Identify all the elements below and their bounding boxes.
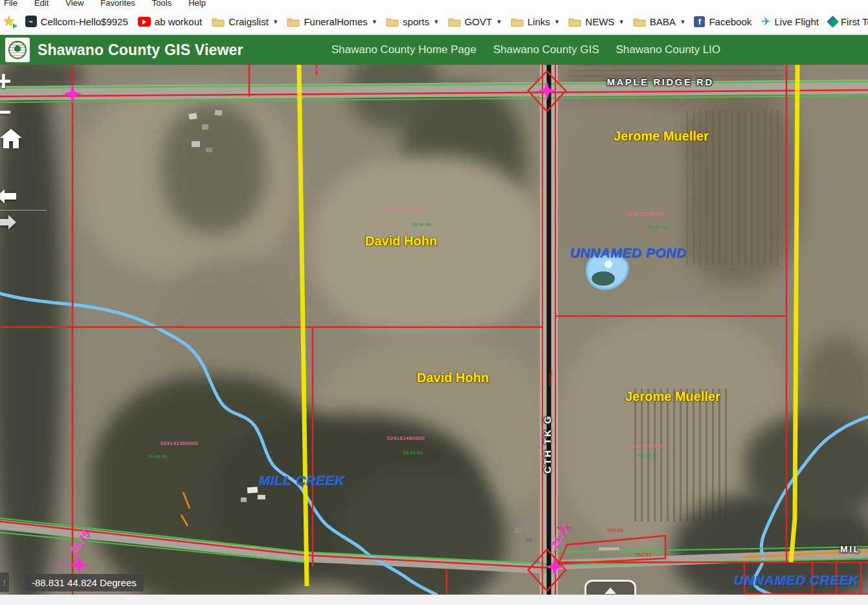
terrain-patch [311,155,544,337]
app-header: Shawano County GIS Viewer Shawano County… [0,35,868,65]
chevron-down-icon: ▾ [681,17,685,26]
browser-menubar: File Edit View Favorites Tools Help [0,0,868,8]
terrain-patch [744,415,868,518]
folder-icon [212,17,225,27]
airplane-icon: ✈ [761,15,770,29]
building [247,486,258,493]
menu-help[interactable]: Help [188,0,206,8]
back-button[interactable] [0,189,16,205]
crop-rows [570,65,783,92]
terrain-patch [162,104,265,233]
favorite-label: First Tech [841,16,868,27]
crop-rows [634,389,731,521]
youtube-icon [138,17,151,27]
favorite-label: FuneralHomes [304,16,367,27]
browser-window: File Edit View Favorites Tools Help ★ ⌁ … [0,0,868,605]
favorites-star-icon[interactable]: ★ [3,13,16,30]
favorite-sports[interactable]: sports ▾ [386,16,438,27]
toolbar-divider [0,210,47,211]
chevron-down-icon: ▾ [274,17,278,26]
terrain-patch [557,104,686,285]
building [258,495,265,499]
favorite-first-tech[interactable]: First Tech [829,16,868,27]
building [189,113,197,119]
favorite-live-flight[interactable]: ✈ Live Flight [761,15,819,29]
county-seal-icon [8,41,27,59]
survey-label-2l75: 2L75 [68,528,93,556]
terrain-patch [0,65,84,95]
building [215,110,223,116]
favorite-govt[interactable]: GOVT ▾ [448,16,501,27]
favorite-label: Cellcom-Hello$9925 [41,16,128,27]
building [202,124,208,130]
link-county-home-page[interactable]: Shawano County Home Page [331,43,476,56]
dimension-label: 502.71 [557,525,572,531]
zoom-in-button[interactable]: + [0,67,12,95]
menu-file[interactable]: File [4,0,17,8]
favorite-label: Craigslist [228,16,269,27]
chevron-down-icon: ▾ [434,17,438,26]
favorite-funeralhomes[interactable]: FuneralHomes ▾ [287,16,376,27]
folder-icon [287,17,300,27]
favorite-baba[interactable]: BABA ▾ [633,16,685,27]
overview-panel-toggle[interactable] [584,580,636,595]
folder-icon [386,17,399,27]
facebook-icon: f [694,16,705,27]
link-county-lio[interactable]: Shawano County LIO [616,43,720,56]
folder-icon [448,17,461,27]
map-viewport[interactable]: MAPLE RIDGE RD Jerome Mueller David Hohn… [0,65,868,595]
menu-view[interactable]: View [65,0,83,8]
chevron-down-icon: ▾ [619,17,623,26]
zoom-out-button[interactable]: − [0,98,12,126]
dimension-label: 752.69 [548,371,553,386]
folder-icon [511,17,524,27]
menu-edit[interactable]: Edit [34,0,49,8]
chevron-down-icon: ▾ [497,17,501,26]
favorite-craigslist[interactable]: Craigslist ▾ [212,16,277,27]
page-title: Shawano County GIS Viewer [38,41,243,59]
coordinates-readout: -88.831 44.824 Degrees [25,574,144,591]
favorite-label: GOVT [465,16,493,27]
favorites-bar: ★ ⌁ Cellcom-Hello$9925 ab workout Craigs… [0,8,868,35]
green-arrow-icon [13,23,17,29]
menu-tools[interactable]: Tools [152,0,172,8]
diamond-icon [827,16,838,27]
favorite-label: Live Flight [775,16,819,27]
terrain-patch [337,466,505,595]
favorite-cellcom[interactable]: ⌁ Cellcom-Hello$9925 [25,16,128,27]
building [599,547,619,551]
chevron-down-icon: ▾ [373,17,377,26]
folder-icon [568,17,581,27]
home-button[interactable] [0,128,22,151]
favorite-ab-workout[interactable]: ab workout [138,16,202,27]
survey-label-2l77: 2L77 [548,523,573,551]
favorite-label: NEWS [585,16,614,27]
header-nav: Shawano County Home Page Shawano County … [331,35,720,65]
forward-arrow-icon [0,215,16,229]
home-icon [0,128,22,149]
menu-favorites[interactable]: Favorites [100,0,135,8]
favorite-label: sports [403,16,429,27]
favorite-links[interactable]: Links ▾ [511,16,559,27]
link-county-gis[interactable]: Shawano County GIS [493,43,599,56]
favorite-label: Facebook [709,16,751,27]
cellcom-icon: ⌁ [25,16,37,27]
favorite-label: BABA [650,16,676,27]
county-logo [5,38,30,62]
building [526,538,532,542]
building [192,141,200,147]
crop-rows [686,110,783,266]
building [515,528,522,533]
favorite-label: Links [528,16,550,27]
favorite-news[interactable]: NEWS ▾ [568,16,623,27]
favorite-label: ab workout [155,16,202,27]
back-arrow-icon [0,189,16,203]
chevron-down-icon: ▾ [555,17,559,26]
forward-button[interactable] [0,215,16,231]
page-background [0,595,868,605]
junction-diamonds [528,71,566,591]
building [241,497,247,502]
chevron-up-icon [605,588,616,594]
building [206,148,212,152]
favorite-facebook[interactable]: f Facebook [694,16,751,27]
